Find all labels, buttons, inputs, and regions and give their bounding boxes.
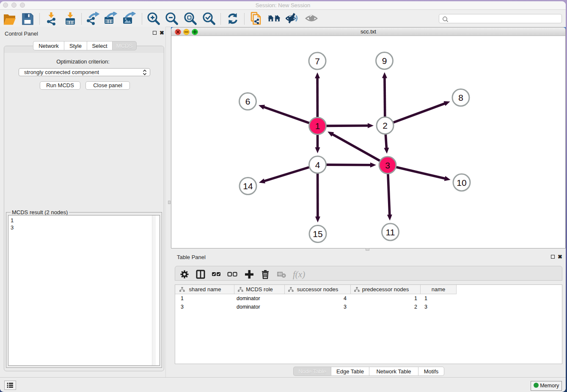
svg-text:10: 10 <box>457 178 466 188</box>
svg-text:14: 14 <box>243 181 253 191</box>
svg-text:2: 2 <box>383 121 388 130</box>
svg-text:f(x): f(x) <box>293 269 305 279</box>
svg-text:3: 3 <box>385 160 390 170</box>
svg-text:1: 1 <box>315 121 320 131</box>
svg-text:11: 11 <box>386 227 395 237</box>
svg-text:9: 9 <box>382 56 387 66</box>
svg-text:4: 4 <box>315 160 320 170</box>
svg-text:15: 15 <box>313 229 322 239</box>
svg-text:7: 7 <box>315 56 320 66</box>
svg-text:8: 8 <box>458 93 463 102</box>
svg-text:6: 6 <box>245 97 250 106</box>
